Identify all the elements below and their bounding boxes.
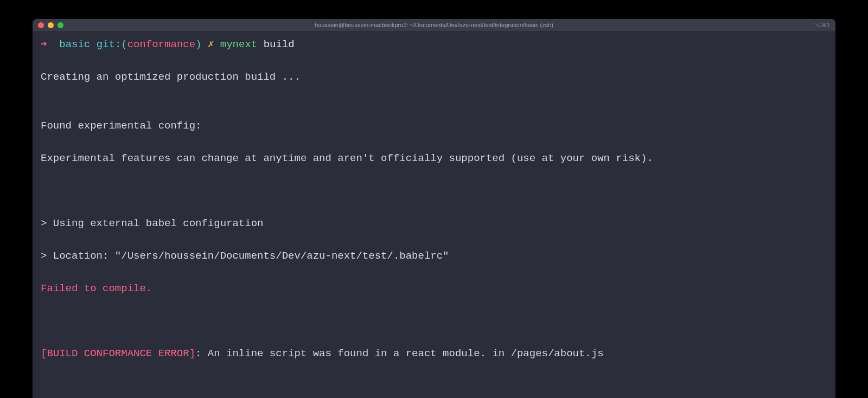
prompt-dir: basic xyxy=(59,38,90,50)
command-arg: build xyxy=(264,38,295,50)
close-icon[interactable] xyxy=(38,22,44,28)
window-shortcut-hint: ⌥⌘1 xyxy=(814,22,830,29)
prompt-git-close: ) xyxy=(195,38,201,50)
command-binary: mynext xyxy=(220,38,257,50)
output-line: Experimental features can change at anyt… xyxy=(41,150,827,166)
prompt-line: ➜ basic git:(conformance) ✗ mynext build xyxy=(41,36,827,53)
prompt-dirty-icon: ✗ xyxy=(208,38,214,50)
blank-line xyxy=(41,378,827,394)
output-line: > Using external babel configuration xyxy=(41,215,827,232)
blank-line xyxy=(41,313,827,329)
prompt-git-label: git:( xyxy=(97,38,127,50)
prompt-branch: conformance xyxy=(127,38,195,50)
output-line: Creating an optimized production build .… xyxy=(41,69,827,85)
error-line: Failed to compile. xyxy=(41,280,827,297)
error-tag: [BUILD CONFORMANCE ERROR] xyxy=(41,348,195,360)
output-line: > Location: "/Users/houssein/Documents/D… xyxy=(41,248,827,264)
terminal-window: houssein@houssein-macbookpro2: ~/Documen… xyxy=(33,19,835,398)
terminal-output[interactable]: ➜ basic git:(conformance) ✗ mynext build… xyxy=(33,31,835,398)
blank-line xyxy=(41,183,827,199)
minimize-icon[interactable] xyxy=(48,22,54,28)
output-line: Found experimental config: xyxy=(41,118,827,134)
conformance-error-line: [BUILD CONFORMANCE ERROR]: An inline scr… xyxy=(41,345,827,362)
maximize-icon[interactable] xyxy=(58,22,63,28)
window-title: houssein@houssein-macbookpro2: ~/Documen… xyxy=(315,22,553,28)
error-message: : An inline script was found in a react … xyxy=(195,348,604,360)
titlebar[interactable]: houssein@houssein-macbookpro2: ~/Documen… xyxy=(33,19,835,31)
prompt-arrow-icon: ➜ xyxy=(41,38,47,50)
traffic-lights xyxy=(38,22,63,28)
